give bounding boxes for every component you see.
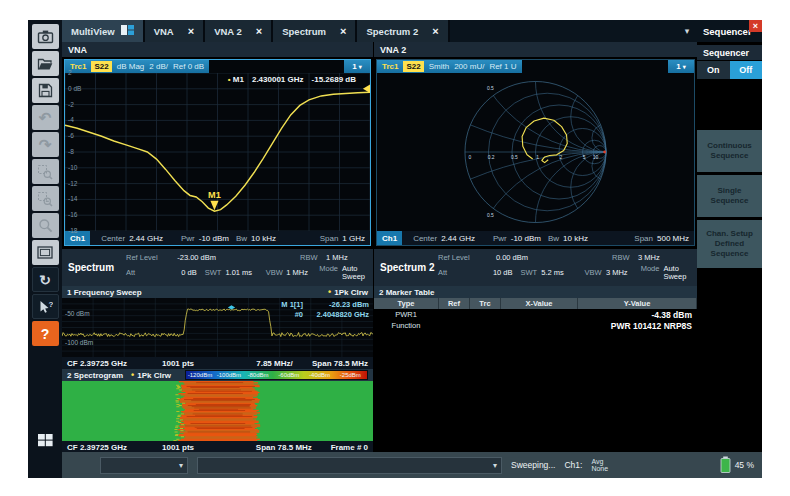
vna-trace-selector[interactable]: 1 ▾: [344, 60, 370, 73]
vna-diagram[interactable]: Trc1 S22 dB Mag 2 dB/ Ref 0 dB 1 ▾: [64, 59, 371, 246]
swt-label: SWT: [205, 269, 222, 277]
sequencer-off-button[interactable]: Off: [730, 61, 763, 79]
span-value: Span 78.5 MHz: [237, 443, 331, 452]
save-button[interactable]: [32, 78, 59, 103]
close-sequencer-button[interactable]: ×: [749, 20, 762, 32]
sequencer-on-button[interactable]: On: [697, 61, 730, 79]
channel-badge[interactable]: Ch1: [377, 231, 402, 245]
battery-status: 45 %: [720, 456, 754, 475]
smith-chart: 00.20.5125100.50.5: [377, 73, 694, 231]
tab-multiview[interactable]: MultiView: [62, 20, 145, 42]
open-file-button[interactable]: [32, 51, 59, 76]
sequencer-title-label: Sequencer: [703, 26, 752, 37]
status-dropdown[interactable]: ▾: [100, 457, 188, 474]
vna-plot[interactable]: M1 20 dB-2-4-6-8-10-12-14-16-18 • M1 2.4…: [65, 73, 370, 231]
trace-selector-value: 1: [352, 62, 356, 71]
sweep-status: Sweeping...: [511, 460, 555, 470]
frequency-sweep-plot[interactable]: -50 dBm-100 dBm M 1[1]-26.23 dBm #02.404…: [62, 298, 373, 357]
svg-text:0.5: 0.5: [487, 86, 494, 91]
vna2-diagram[interactable]: Trc1 S22 Smith 200 mU/ Ref 1 U 1 ▾: [376, 59, 695, 246]
message-field[interactable]: ▾: [197, 457, 502, 474]
zoom-area-button[interactable]: [32, 159, 59, 184]
ref-level-label: Ref Level: [126, 254, 164, 262]
single-sequence-button[interactable]: Single Sequence: [697, 175, 762, 217]
channel-defined-sequence-button[interactable]: Chan. Setup Defined Sequence: [697, 220, 762, 268]
button-label-line: Sequence: [711, 196, 749, 206]
vna2-trace-info[interactable]: Trc1 S22 Smith 200 mU/ Ref 1 U: [377, 60, 522, 73]
undo-button[interactable]: ↶: [32, 105, 59, 130]
display-frame-icon: [37, 246, 53, 259]
tab-label: Spectrum 2: [366, 26, 418, 37]
vna-trace-info[interactable]: Trc1 S22 dB Mag 2 dB/ Ref 0 dB: [65, 60, 209, 73]
center-label: Center: [101, 234, 125, 243]
zoom-out-area-button[interactable]: [32, 186, 59, 211]
close-icon: ×: [753, 21, 758, 31]
continuous-sequence-button[interactable]: Continuous Sequence: [697, 130, 762, 172]
rbw-label: RBW: [294, 254, 326, 262]
multiview-grid: VNA Trc1 S22 dB Mag 2 dB/ Ref 0 dB: [62, 42, 697, 452]
vna2-quadrant: VNA 2 Trc1 S22 Smith 200 mU/ Ref 1 U: [374, 42, 697, 248]
help-button[interactable]: ?: [32, 321, 59, 346]
channel-status-label: Ch1:: [564, 460, 582, 470]
sparam-badge: S22: [91, 61, 111, 72]
tab-spectrum2[interactable]: Spectrum 2 ×: [357, 20, 449, 42]
close-icon[interactable]: ×: [256, 25, 262, 37]
trace-scale: 2 dB/: [149, 62, 168, 71]
context-help-button[interactable]: ?: [32, 294, 59, 319]
spectrum2-header: Spectrum 2 Ref Level 0.00 dBm RBW 3 MHz: [374, 249, 697, 286]
pwr-label: Pwr: [493, 234, 507, 243]
tab-spectrum[interactable]: Spectrum ×: [273, 20, 357, 42]
tab-overflow-button[interactable]: ▾: [677, 20, 697, 42]
refresh-button[interactable]: ↻: [32, 267, 59, 292]
cf-value: CF 2.39725 GHz: [62, 443, 162, 452]
vbw-value: 3 MHz: [606, 269, 641, 277]
span-value: 1 GHz: [342, 234, 365, 243]
tab-vna[interactable]: VNA ×: [145, 20, 206, 42]
left-toolbar: ↶ ↷ ↻ ? ?: [28, 20, 62, 478]
display-button[interactable]: [32, 240, 59, 265]
vna2-trace-selector[interactable]: 1 ▾: [668, 60, 694, 73]
chevron-down-icon: ▾: [683, 63, 686, 70]
axis-label: -2: [68, 101, 74, 108]
sequencer-panel-title: Sequencer ×: [697, 20, 762, 42]
save-icon: [38, 83, 53, 98]
windows-taskbar-button[interactable]: [37, 432, 54, 452]
table-row[interactable]: PWR1 -4.38 dBm: [374, 309, 697, 320]
marker-name: M1: [233, 75, 244, 84]
redo-button[interactable]: ↷: [32, 132, 59, 157]
undo-icon: ↶: [39, 109, 52, 127]
rbw-value: 3 MHz: [638, 254, 680, 262]
row-type: Function: [374, 321, 438, 330]
help-pointer-icon: ?: [38, 300, 53, 314]
mode-label: Mode: [641, 265, 660, 281]
vna-quadrant: VNA Trc1 S22 dB Mag 2 dB/ Ref 0 dB: [62, 42, 373, 248]
sweep-caption: 1 Frequency Sweep: [67, 288, 142, 297]
pwr-value: -10 dBm: [511, 234, 541, 243]
trace-ref: Ref 0 dB: [173, 62, 204, 71]
vna2-smith-plot[interactable]: 00.20.5125100.50.5: [377, 73, 694, 231]
table-row[interactable]: Function PWR 101412 NRP8S: [374, 320, 697, 331]
svg-text:0.2: 0.2: [488, 155, 495, 160]
trace-dot-icon: •: [328, 287, 331, 297]
close-icon[interactable]: ×: [188, 25, 194, 37]
spectrogram-plot[interactable]: [62, 381, 373, 441]
tab-vna2[interactable]: VNA 2 ×: [205, 20, 273, 42]
trace-name: Trc1: [70, 62, 86, 71]
channel-tabbar: MultiView VNA × VNA 2 × Spectrum ×: [62, 20, 697, 42]
axis-label: -12: [68, 180, 77, 187]
legend-label: -40dBm: [309, 371, 330, 379]
spectrum2-title: Spectrum 2: [380, 251, 438, 284]
magnifier-button[interactable]: [32, 213, 59, 238]
sequencer-spacer: [697, 79, 762, 127]
marker-name: M 1[1]: [281, 300, 303, 309]
legend-label: -25dBm: [340, 371, 361, 379]
close-icon[interactable]: ×: [432, 25, 438, 37]
sequencer-panel: Sequencer × Sequencer On Off Continuous …: [697, 20, 762, 452]
chevron-down-icon: ▾: [359, 63, 362, 70]
close-icon[interactable]: ×: [340, 25, 346, 37]
screenshot-button[interactable]: [32, 24, 59, 49]
sequencer-toggle: On Off: [697, 61, 762, 79]
frame-value: Frame # 0: [331, 443, 373, 452]
spectrum2-quadrant: Spectrum 2 Ref Level 0.00 dBm RBW 3 MHz: [374, 249, 697, 452]
vna2-footer: Ch1 Center2.44 GHz Pwr-10 dBm Bw10 kHz S…: [377, 231, 694, 245]
